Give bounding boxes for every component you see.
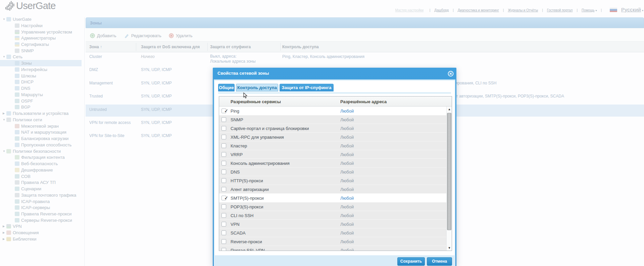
svg-text:UserGate: UserGate	[16, 0, 56, 11]
